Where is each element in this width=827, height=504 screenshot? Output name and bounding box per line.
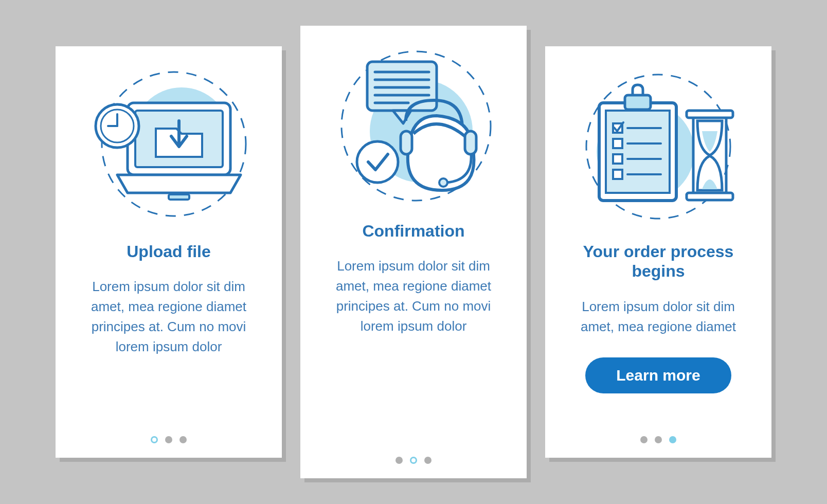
svg-rect-35 bbox=[687, 193, 733, 200]
svg-rect-25 bbox=[625, 95, 651, 110]
clipboard-hourglass-icon bbox=[571, 67, 746, 226]
card-title: Your order process begins bbox=[561, 242, 756, 281]
laptop-upload-clock-icon bbox=[81, 67, 256, 226]
svg-rect-34 bbox=[687, 111, 733, 118]
svg-rect-30 bbox=[613, 154, 622, 164]
svg-rect-32 bbox=[613, 170, 622, 179]
dot-3[interactable] bbox=[669, 436, 676, 443]
svg-point-19 bbox=[439, 178, 447, 187]
svg-rect-18 bbox=[465, 131, 476, 154]
card-description: Lorem ipsum dolor sit dim amet, mea regi… bbox=[561, 297, 756, 337]
pagination-dots bbox=[395, 457, 432, 464]
dot-1[interactable] bbox=[151, 436, 158, 443]
card-description: Lorem ipsum dolor sit dim amet, mea regi… bbox=[71, 277, 266, 357]
onboarding-card-confirmation: Confirmation Lorem ipsum dolor sit dim a… bbox=[300, 26, 527, 478]
dot-2[interactable] bbox=[410, 457, 417, 464]
dot-3[interactable] bbox=[179, 436, 187, 443]
svg-point-20 bbox=[357, 141, 398, 183]
onboarding-card-upload: Upload file Lorem ipsum dolor sit dim am… bbox=[56, 46, 282, 458]
svg-rect-4 bbox=[169, 194, 189, 200]
pagination-dots bbox=[151, 436, 187, 443]
card-title: Upload file bbox=[127, 242, 211, 261]
dot-3[interactable] bbox=[424, 457, 432, 464]
support-agent-checkmark-icon bbox=[326, 46, 501, 206]
card-description: Lorem ipsum dolor sit dim amet, mea regi… bbox=[316, 256, 511, 336]
dot-2[interactable] bbox=[165, 436, 172, 443]
svg-rect-17 bbox=[401, 131, 412, 154]
onboarding-card-order-process: Your order process begins Lorem ipsum do… bbox=[545, 46, 771, 458]
pagination-dots bbox=[640, 436, 676, 443]
dot-1[interactable] bbox=[640, 436, 648, 443]
card-title: Confirmation bbox=[362, 221, 464, 241]
svg-rect-28 bbox=[613, 139, 622, 148]
learn-more-button[interactable]: Learn more bbox=[585, 357, 731, 393]
dot-1[interactable] bbox=[395, 457, 403, 464]
dot-2[interactable] bbox=[655, 436, 662, 443]
